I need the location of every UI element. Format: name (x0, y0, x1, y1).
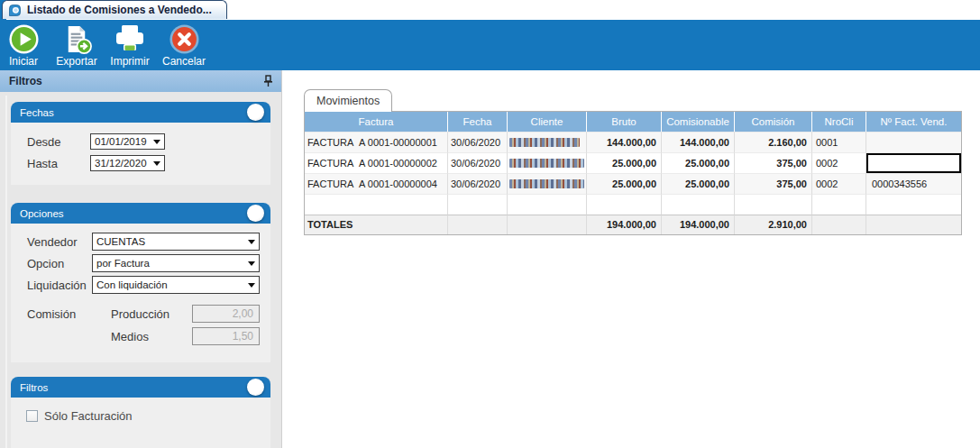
column-header-fecha[interactable]: Fecha (448, 112, 508, 132)
chevron-down-icon (248, 283, 255, 288)
comision-label: Comisión (27, 307, 92, 321)
produccion-label: Producción (111, 307, 192, 321)
medios-input[interactable]: 1,50 (192, 327, 260, 345)
opcion-label: Opcion (27, 257, 92, 270)
section-toggle-icon[interactable] (247, 379, 264, 396)
cell-nrocli[interactable]: 0001 (812, 132, 866, 152)
cell-bruto[interactable]: 25.000,00 (587, 152, 662, 173)
cell-factura[interactable]: FACTURAA 0001-00000004 (305, 173, 448, 194)
cell-comision[interactable]: 2.160,00 (735, 132, 812, 152)
column-header-bruto[interactable]: Bruto (587, 112, 662, 132)
cell-fecha[interactable]: 30/06/2020 (448, 173, 508, 194)
cell-fecha[interactable]: 30/06/2020 (448, 132, 508, 152)
desde-date-picker[interactable]: 01/01/2019 (90, 133, 165, 150)
liquidacion-select[interactable]: Con liquidación (92, 276, 260, 294)
section-opciones-title: Opciones (20, 208, 64, 219)
cell-nrocli[interactable]: 0002 (812, 152, 866, 173)
column-header-cliente[interactable]: Cliente (508, 112, 587, 132)
column-header-comisionable[interactable]: Comisionable (662, 112, 735, 132)
table-row (305, 194, 961, 215)
produccion-value: 2,00 (233, 307, 253, 320)
section-opciones: Opciones Vendedor CUENTAS Opcion por Fac… (11, 203, 270, 362)
cell-cliente[interactable] (508, 194, 587, 215)
cell-nro-fact-vend[interactable] (866, 132, 961, 152)
cell-comisionable[interactable]: 144.000,00 (662, 132, 735, 152)
movimientos-table: Factura Fecha Cliente Bruto Comisionable… (304, 111, 962, 235)
window-tab[interactable]: Listado de Comisiones a Vendedo... (2, 0, 227, 19)
titlebar: Listado de Comisiones a Vendedo... (0, 0, 980, 20)
cell-nrocli[interactable]: 0002 (812, 173, 866, 194)
toolbar: Iniciar Exportar (0, 20, 980, 70)
table-header-row: Factura Fecha Cliente Bruto Comisionable… (305, 112, 961, 132)
iniciar-button[interactable]: Iniciar (3, 23, 44, 68)
cell-comision[interactable] (735, 194, 812, 215)
cell-bruto[interactable] (587, 194, 662, 215)
cancelar-button[interactable]: Cancelar (162, 23, 206, 68)
cell-factura[interactable] (305, 194, 448, 215)
cancel-icon (169, 23, 200, 55)
panel-groove (5, 96, 7, 448)
cell-fecha[interactable] (448, 194, 508, 215)
tab-movimientos[interactable]: Movimientos (304, 89, 392, 112)
export-document-icon (61, 23, 93, 55)
medios-value: 1,50 (233, 330, 253, 343)
section-filtros-title: Filtros (20, 382, 48, 393)
table-row: FACTURAA 0001-00000001 30/06/2020 144.00… (305, 132, 961, 152)
filters-panel-header: Filtros (0, 70, 281, 92)
cell-comisionable[interactable]: 25.000,00 (662, 152, 735, 173)
section-fechas-title: Fechas (20, 107, 54, 118)
tab-movimientos-label: Movimientos (316, 95, 380, 107)
section-toggle-icon[interactable] (247, 104, 264, 121)
selected-cell[interactable] (866, 152, 961, 173)
cell-comisionable[interactable] (662, 194, 735, 215)
cell-cliente[interactable] (508, 152, 587, 173)
hasta-date-picker[interactable]: 31/12/2020 (90, 155, 165, 171)
window-title: Listado de Comisiones a Vendedo... (27, 4, 212, 16)
cell-cliente[interactable] (508, 173, 587, 194)
totals-nrocli (812, 215, 866, 234)
app-icon (8, 4, 22, 17)
totals-row: TOTALES 194.000,00 194.000,00 2.910,00 (305, 215, 961, 234)
column-header-factura[interactable]: Factura (305, 112, 448, 132)
opcion-select[interactable]: por Factura (92, 254, 260, 272)
cell-factura[interactable]: FACTURAA 0001-00000001 (305, 132, 448, 152)
cell-fecha[interactable]: 30/06/2020 (448, 152, 508, 173)
pin-icon[interactable] (263, 75, 273, 87)
cell-cliente[interactable] (508, 132, 587, 152)
solo-facturacion-checkbox[interactable] (26, 410, 38, 422)
cell-bruto[interactable]: 25.000,00 (587, 173, 662, 194)
totals-cliente (508, 215, 587, 234)
cell-nro-fact-vend[interactable] (866, 194, 961, 215)
section-filtros-header: Filtros (11, 377, 270, 398)
chevron-down-icon (153, 140, 160, 144)
section-filtros: Filtros Sólo Facturación (11, 377, 270, 448)
cell-factura[interactable]: FACTURAA 0001-00000002 (305, 152, 448, 173)
column-header-nrocli[interactable]: NroCli (812, 112, 866, 132)
vendedor-select[interactable]: CUENTAS (92, 233, 260, 251)
hasta-label: Hasta (27, 157, 90, 170)
cell-nro-fact-vend[interactable]: 0000343556 (866, 173, 961, 194)
filters-panel: Filtros Fechas Desde 01/01/2019 (0, 70, 282, 448)
opcion-value: por Factura (96, 258, 150, 269)
cell-comision[interactable]: 375,00 (735, 152, 812, 173)
solo-facturacion-label: Sólo Facturación (44, 409, 133, 423)
main-area: Movimientos Factura Fecha Cliente Bruto … (283, 70, 980, 448)
column-header-comision[interactable]: Comisión (735, 112, 812, 132)
imprimir-button[interactable]: Imprimir (109, 23, 151, 68)
totals-comision: 2.910,00 (735, 215, 812, 234)
client-name-redacted (509, 138, 580, 147)
totals-bruto: 194.000,00 (587, 215, 662, 234)
exportar-button[interactable]: Exportar (56, 23, 97, 68)
hasta-value: 31/12/2020 (95, 158, 147, 169)
column-header-nfactvend[interactable]: Nº Fact. Vend. (866, 112, 961, 132)
cancelar-label: Cancelar (162, 55, 206, 68)
iniciar-label: Iniciar (9, 55, 38, 68)
cell-comisionable[interactable]: 25.000,00 (662, 173, 735, 194)
cell-bruto[interactable]: 144.000,00 (587, 132, 662, 152)
section-toggle-icon[interactable] (247, 205, 264, 222)
cell-comision[interactable]: 375,00 (735, 173, 812, 194)
cell-nrocli[interactable] (812, 194, 866, 215)
exportar-label: Exportar (56, 55, 96, 68)
produccion-input[interactable]: 2,00 (192, 305, 260, 323)
client-name-redacted (509, 179, 584, 188)
